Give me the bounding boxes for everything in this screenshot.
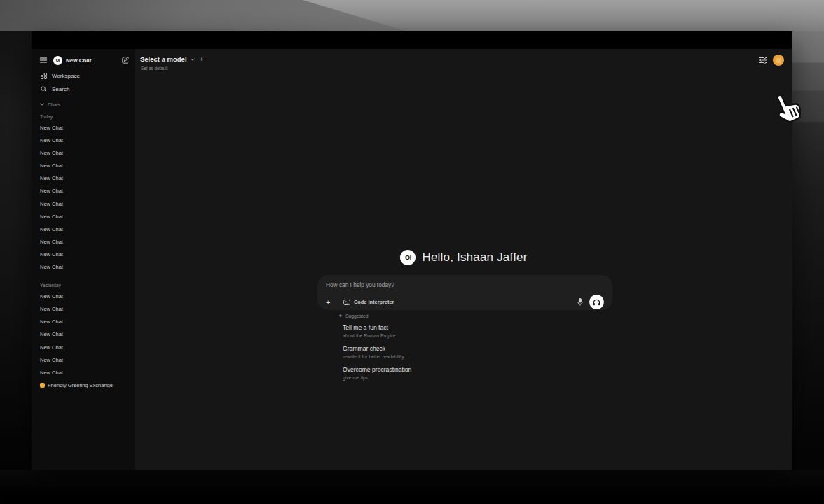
greeting: OI Hello, Ishaan Jaffer (135, 249, 792, 266)
suggestion-item[interactable]: Grammar checkrewrite it for better reada… (343, 344, 553, 360)
sidebar-item-workspace[interactable]: Workspace (40, 69, 129, 83)
sidebar-section-chats[interactable]: Chats (40, 99, 129, 110)
chevron-down-icon (40, 103, 44, 106)
desktop-background-bottom (0, 470, 824, 504)
grid-icon (40, 73, 47, 79)
app-logo: OI (53, 56, 62, 65)
voice-call-button[interactable] (589, 295, 604, 309)
sidebar-header: OI New Chat (40, 55, 129, 65)
code-interpreter-toggle[interactable]: >_ Code Interpreter (343, 299, 394, 305)
sparkle-icon (338, 314, 343, 318)
window-titlebar (32, 31, 792, 49)
chat-list-item[interactable]: Friendly Greeting Exchange (40, 379, 129, 392)
desktop-background-left (0, 31, 32, 504)
sidebar-item-search[interactable]: Search (40, 83, 129, 96)
controls-sliders-icon[interactable] (759, 57, 767, 64)
suggested-header: Suggested (338, 314, 369, 318)
user-avatar[interactable] (773, 55, 784, 66)
header-actions (759, 55, 784, 66)
chats-section-label: Chats (48, 102, 60, 107)
new-chat-edit-icon[interactable] (122, 57, 129, 64)
suggestion-item[interactable]: Tell me a fun factabout the Roman Empire (343, 323, 553, 339)
app-window: OI New Chat Workspace Search Chats Today… (32, 31, 792, 470)
code-interpreter-label: Code Interpreter (354, 299, 394, 305)
suggestion-subtitle: about the Roman Empire (343, 332, 553, 339)
model-selector-label: Select a model (140, 55, 187, 63)
code-interpreter-icon: >_ (343, 300, 350, 305)
suggestion-title: Overcome procrastination (343, 365, 553, 374)
chevron-down-icon (191, 58, 195, 61)
chat-list-item[interactable]: New Chat (40, 122, 129, 134)
suggestions-list: Tell me a fun factabout the Roman Empire… (343, 323, 553, 386)
chat-list-item[interactable]: New Chat (40, 211, 129, 223)
app-logo-large: OI (400, 250, 416, 265)
chat-list-item[interactable]: New Chat (40, 261, 129, 274)
suggested-label: Suggested (345, 314, 369, 318)
chat-list-item[interactable]: New Chat (40, 303, 129, 316)
chat-list-item[interactable]: New Chat (40, 354, 129, 367)
chat-history-list: TodayNew ChatNew ChatNew ChatNew ChatNew… (40, 110, 129, 392)
chat-list-item[interactable]: New Chat (40, 198, 129, 211)
chat-list-item[interactable]: New Chat (40, 236, 129, 248)
sidebar-item-label: Search (52, 86, 69, 92)
chat-list-item[interactable]: New Chat (40, 172, 129, 185)
sidebar: OI New Chat Workspace Search Chats Today… (32, 49, 135, 470)
chat-list-item[interactable]: New Chat (40, 223, 129, 236)
chat-group-label: Today (40, 110, 129, 122)
message-input-placeholder: How can I help you today? (326, 281, 604, 288)
model-selector[interactable]: Select a model + (140, 55, 204, 63)
microphone-icon[interactable] (577, 298, 583, 306)
desktop-background-right (792, 31, 824, 504)
set-as-default-link[interactable]: Set as default (141, 66, 168, 71)
chat-group-label: Yesterday (40, 279, 129, 290)
chat-list-item[interactable]: New Chat (40, 328, 129, 341)
suggestion-title: Grammar check (343, 344, 553, 354)
suggestion-subtitle: give me tips (343, 374, 553, 381)
wave-emoji-icon (40, 383, 45, 388)
chat-list-item[interactable]: New Chat (40, 316, 129, 328)
input-toolbar: + >_ Code Interpreter (326, 295, 604, 309)
sidebar-item-label: Workspace (52, 73, 80, 79)
hamburger-menu-icon[interactable] (40, 57, 47, 63)
chat-list-item[interactable]: New Chat (40, 134, 129, 147)
chat-list-item[interactable]: New Chat (40, 147, 129, 160)
chat-list-item[interactable]: New Chat (40, 248, 129, 261)
chat-list-item[interactable]: New Chat (40, 160, 129, 172)
chat-list-item[interactable]: New Chat (40, 185, 129, 197)
attach-plus-button[interactable]: + (326, 298, 336, 307)
main-area: Select a model + Set as default OI Hello… (135, 49, 792, 470)
chat-list-item[interactable]: New Chat (40, 367, 129, 379)
chat-list-item[interactable]: New Chat (40, 342, 129, 354)
suggestion-subtitle: rewrite it for better readability (343, 354, 553, 360)
suggestion-title: Tell me a fun fact (343, 323, 553, 332)
greeting-text: Hello, Ishaan Jaffer (422, 251, 527, 265)
message-input[interactable]: How can I help you today? + >_ Code Inte… (317, 275, 612, 310)
avatar-image (776, 58, 781, 63)
chat-list-item[interactable]: New Chat (40, 290, 129, 303)
sidebar-title: New Chat (66, 57, 122, 64)
add-model-button[interactable]: + (200, 56, 204, 63)
search-icon (40, 86, 47, 92)
suggestion-item[interactable]: Overcome procrastinationgive me tips (343, 365, 553, 381)
